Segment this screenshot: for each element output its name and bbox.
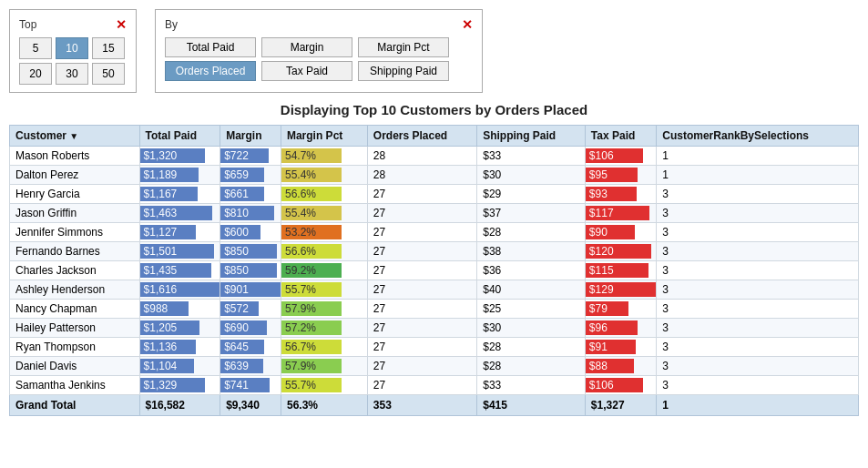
by-btn-tax-paid[interactable]: Tax Paid [261, 61, 352, 81]
cell-orders: 27 [367, 204, 476, 223]
cell-rank: 3 [657, 185, 859, 204]
cell-rank: 3 [657, 338, 859, 357]
top-filter-close[interactable]: ✕ [116, 17, 127, 32]
table-row: Dalton Perez $1,189 $659 55.4% 28 $30 $9… [10, 166, 859, 185]
by-btn-margin-pct[interactable]: Margin Pct [358, 37, 449, 57]
top-btn-10[interactable]: 10 [56, 37, 88, 59]
cell-margin: $600 [220, 223, 281, 242]
footer-rank: 1 [657, 395, 859, 416]
cell-customer: Nancy Chapman [10, 300, 140, 319]
cell-rank: 3 [657, 261, 859, 280]
cell-shipping: $40 [477, 280, 586, 300]
cell-margin-pct: 59.2% [281, 261, 367, 280]
cell-orders: 27 [367, 319, 476, 338]
cell-tax: $117 [585, 204, 656, 223]
cell-shipping: $28 [477, 338, 586, 357]
footer-total-paid: $16,582 [139, 395, 220, 416]
cell-orders: 27 [367, 338, 476, 357]
grand-total-row: Grand Total $16,582 $9,340 56.3% 353 $41… [10, 395, 859, 416]
cell-tax: $91 [585, 338, 656, 357]
table-row: Jason Griffin $1,463 $810 55.4% 27 $37 $… [10, 204, 859, 223]
cell-margin: $810 [220, 204, 281, 223]
top-filter-label: Top [19, 18, 36, 31]
top-row-2: 20 30 50 [19, 63, 127, 85]
top-btn-5[interactable]: 5 [19, 37, 52, 59]
by-row-1: Total Paid Margin Margin Pct [165, 37, 473, 57]
table-row: Jennifer Simmons $1,127 $600 53.2% 27 $2… [10, 223, 859, 242]
customers-table: Customer ▼ Total Paid Margin Margin Pct … [9, 125, 859, 416]
by-row-2: Orders Placed Tax Paid Shipping Paid [165, 61, 473, 81]
cell-total-paid: $988 [139, 300, 220, 319]
footer-margin: $9,340 [220, 395, 281, 416]
cell-total-paid: $1,435 [139, 261, 220, 280]
cell-margin: $850 [220, 242, 281, 261]
col-margin: Margin [220, 126, 281, 147]
cell-margin: $661 [220, 185, 281, 204]
table-row: Mason Roberts $1,320 $722 54.7% 28 $33 $… [10, 147, 859, 166]
by-filter-label: By [165, 18, 178, 31]
by-filter-close[interactable]: ✕ [462, 17, 473, 32]
top-btn-20[interactable]: 20 [19, 63, 52, 85]
cell-customer: Samantha Jenkins [10, 376, 140, 395]
cell-orders: 27 [367, 300, 476, 319]
cell-shipping: $25 [477, 300, 586, 319]
cell-orders: 27 [367, 280, 476, 300]
cell-shipping: $28 [477, 223, 586, 242]
cell-customer: Jennifer Simmons [10, 223, 140, 242]
cell-orders: 27 [367, 242, 476, 261]
cell-margin-pct: 55.4% [281, 166, 367, 185]
cell-customer: Mason Roberts [10, 147, 140, 166]
cell-tax: $106 [585, 376, 656, 395]
footer-tax: $1,327 [585, 395, 656, 416]
top-row-1: 5 10 15 [19, 37, 127, 59]
cell-shipping: $36 [477, 261, 586, 280]
cell-customer: Hailey Patterson [10, 319, 140, 338]
cell-tax: $96 [585, 319, 656, 338]
cell-margin-pct: 57.2% [281, 319, 367, 338]
cell-rank: 3 [657, 300, 859, 319]
cell-rank: 3 [657, 204, 859, 223]
col-customer: Customer ▼ [10, 126, 140, 147]
cell-tax: $93 [585, 185, 656, 204]
by-btn-margin[interactable]: Margin [261, 37, 352, 57]
top-btn-30[interactable]: 30 [56, 63, 88, 85]
cell-orders: 27 [367, 261, 476, 280]
cell-rank: 3 [657, 376, 859, 395]
cell-margin: $741 [220, 376, 281, 395]
cell-customer: Daniel Davis [10, 357, 140, 376]
footer-shipping: $415 [477, 395, 586, 416]
cell-tax: $115 [585, 261, 656, 280]
cell-total-paid: $1,616 [139, 280, 220, 300]
table-row: Ashley Henderson $1,616 $901 55.7% 27 $4… [10, 280, 859, 300]
top-btn-15[interactable]: 15 [92, 37, 125, 59]
cell-margin: $639 [220, 357, 281, 376]
cell-margin: $659 [220, 166, 281, 185]
cell-margin-pct: 57.9% [281, 357, 367, 376]
cell-tax: $79 [585, 300, 656, 319]
cell-customer: Charles Jackson [10, 261, 140, 280]
table-row: Samantha Jenkins $1,329 $741 55.7% 27 $3… [10, 376, 859, 395]
col-rank: CustomerRankBySelections [657, 126, 859, 147]
footer-label: Grand Total [10, 395, 140, 416]
cell-rank: 3 [657, 280, 859, 300]
cell-shipping: $28 [477, 357, 586, 376]
cell-orders: 27 [367, 223, 476, 242]
display-title: Displaying Top 10 Customers by Orders Pl… [9, 102, 859, 117]
filter-icon[interactable]: ▼ [69, 131, 78, 141]
cell-rank: 3 [657, 242, 859, 261]
by-btn-orders-placed[interactable]: Orders Placed [165, 61, 256, 81]
cell-shipping: $29 [477, 185, 586, 204]
table-header-row: Customer ▼ Total Paid Margin Margin Pct … [10, 126, 859, 147]
cell-rank: 3 [657, 223, 859, 242]
cell-total-paid: $1,501 [139, 242, 220, 261]
top-btn-50[interactable]: 50 [92, 63, 125, 85]
table-row: Charles Jackson $1,435 $850 59.2% 27 $36… [10, 261, 859, 280]
cell-customer: Jason Griffin [10, 204, 140, 223]
top-filter-title: Top ✕ [19, 17, 127, 32]
cell-margin: $722 [220, 147, 281, 166]
cell-rank: 1 [657, 147, 859, 166]
cell-shipping: $30 [477, 166, 586, 185]
by-btn-total-paid[interactable]: Total Paid [165, 37, 256, 57]
cell-total-paid: $1,205 [139, 319, 220, 338]
by-btn-shipping-paid[interactable]: Shipping Paid [358, 61, 449, 81]
